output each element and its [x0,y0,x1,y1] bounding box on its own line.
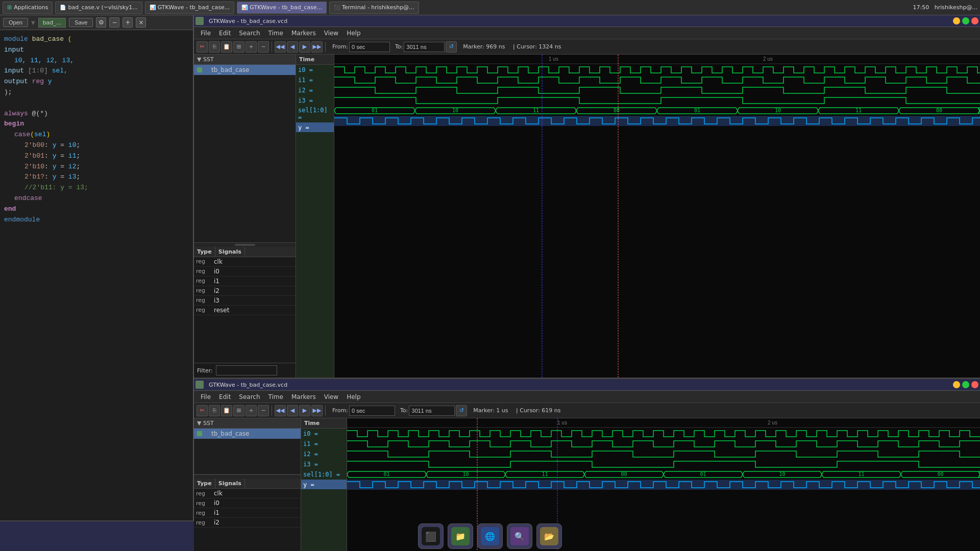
menu-view-bot[interactable]: View [320,392,342,402]
tb-sep2-bot [325,406,326,416]
plus-icon[interactable]: + [122,17,133,28]
sig-i3-top[interactable]: reg i3 [194,296,296,306]
sst-item-bot[interactable]: tb_bad_case [194,429,301,439]
win-max-bottom[interactable] [962,381,969,388]
menu-time-bot[interactable]: Time [264,392,287,402]
sig-i2-bot[interactable]: reg i2 [194,518,301,528]
dock-search[interactable]: 🔍 [507,523,532,549]
tb-cut-top[interactable]: ✂ [197,41,208,53]
menu-markers-bot[interactable]: Markers [287,392,320,402]
tb-paste-top[interactable]: 📋 [221,41,232,53]
win-close-top[interactable] [971,17,978,24]
tb-zoom-fit-top[interactable]: ⊞ [233,41,244,53]
settings-icon[interactable]: ⚙ [96,17,106,28]
gtkwave-top-menubar: File Edit Search Time Markers View Help [194,27,980,39]
filter-input-top[interactable] [216,365,277,375]
sig-i1-top[interactable]: reg i1 [194,277,296,286]
sig-i1-bot[interactable]: reg i1 [194,508,301,518]
taskbar-gtkwave2[interactable]: 📊 GTKWave - tb_bad_case... [237,2,327,14]
dock-folder[interactable]: 📂 [536,523,562,549]
from-label-top: From: [332,43,348,50]
tb-zoom-out-bot[interactable]: − [258,405,269,416]
win-min-bottom[interactable] [953,381,960,388]
tb-next-bot[interactable]: ▶ [299,405,310,416]
time-header-top: Time [296,55,334,65]
menu-file-bot[interactable]: File [197,392,215,402]
tb-next-top[interactable]: ▶ [299,41,310,53]
menu-edit-bot[interactable]: Edit [215,392,235,402]
signals-col-bot: Signals [215,479,245,488]
sst-header-top[interactable]: ▼ SST [194,55,296,65]
sst-resize-handle[interactable] [235,244,255,246]
win-min-top[interactable] [953,17,960,24]
to-input-bot[interactable] [409,406,455,416]
tb-zoom-in-top[interactable]: + [246,41,257,53]
gtkwave-top: GTKWave - tb_bad_case.vcd File Edit Sear… [194,15,980,379]
taskbar-gtkwave1[interactable]: 📊 GTKWave - tb_bad_case... [145,2,235,14]
gtkwave-top-toolbar: ✂ ⎘ 📋 ⊞ + − ◀◀ ◀ ▶ ▶▶ From: To: ↺ Marker… [194,39,980,55]
close-icon[interactable]: × [136,17,146,28]
waves-panel-top [334,55,980,378]
sst-header-bot[interactable]: ▼ SST [194,418,301,429]
dock-terminal[interactable]: ⬛ [418,523,444,549]
menu-help-bot[interactable]: Help [342,392,364,402]
val-sel-bot: sel[1:0] = [301,469,347,480]
dock-browser[interactable]: 🌐 [477,523,503,549]
tb-cut-bot[interactable]: ✂ [197,405,208,416]
tb-prev2-top[interactable]: ◀ [287,41,298,53]
file-tab[interactable]: bad_... [38,18,66,28]
val-i0-top: i0 = [296,65,334,75]
from-input-top[interactable] [349,42,390,52]
win-max-top[interactable] [962,17,969,24]
menu-markers-top[interactable]: Markers [287,29,320,38]
tb-next2-top[interactable]: ▶▶ [311,41,323,53]
tb-copy-bot[interactable]: ⎘ [209,405,220,416]
sst-panel-top: ▼ SST tb_bad_case [194,55,296,378]
sig-i2-top[interactable]: reg i2 [194,286,296,296]
tb-refresh-top[interactable]: ↺ [446,41,457,53]
gtkwave-top-titlebar: GTKWave - tb_bad_case.vcd [194,15,980,27]
to-input-top[interactable] [404,42,445,52]
sig-clk-top[interactable]: reg clk [194,257,296,267]
menu-search-bot[interactable]: Search [235,392,264,402]
tb-next2-bot[interactable]: ▶▶ [311,405,323,416]
taskbar-terminal[interactable]: ⬛ Terminal - hrishikeshp@... [329,2,419,14]
tb-copy-top[interactable]: ⎘ [209,41,220,53]
open-button[interactable]: Open [3,18,28,27]
code-panel: Open ▼ bad_... Save ⚙ − + × module bad_c… [0,15,194,520]
sig-i0-bot[interactable]: reg i0 [194,498,301,508]
val-i2-bot: i2 = [301,449,347,459]
sig-i0-top[interactable]: reg i0 [194,267,296,277]
menu-help-top[interactable]: Help [342,29,364,38]
gtkwave-icon-1: 📊 [150,5,156,10]
taskbar-apps[interactable]: ⊞ Applications [3,2,53,14]
marker-info-top: Marker: 969 ns [463,43,505,50]
win-close-bottom[interactable] [971,381,978,388]
gtkwave-logo-bottom [195,381,204,389]
tb-zoom-fit-bot[interactable]: ⊞ [233,405,244,416]
tb-prev2-bot[interactable]: ◀ [287,405,298,416]
tb-prev-bot[interactable]: ◀◀ [275,405,286,416]
gtkwave-bottom-titlebar: GTKWave - tb_bad_case.vcd [194,379,980,391]
minus-icon[interactable]: − [109,17,119,28]
tb-zoom-out-top[interactable]: − [258,41,269,53]
save-button[interactable]: Save [69,18,93,27]
menu-edit-top[interactable]: Edit [215,29,235,38]
tb-refresh-bot[interactable]: ↺ [456,405,467,416]
sig-clk-bot[interactable]: reg clk [194,489,301,498]
sig-reset-top[interactable]: reg reset [194,306,296,315]
type-col-top: Type [194,247,215,257]
menu-search-top[interactable]: Search [235,29,264,38]
taskbar-file[interactable]: 📄 bad_case.v (~vlsi/sky1... [55,2,142,14]
sst-item-top[interactable]: tb_bad_case [194,65,296,75]
menu-file-top[interactable]: File [197,29,215,38]
tb-paste-bot[interactable]: 📋 [221,405,232,416]
tb-prev-top[interactable]: ◀◀ [275,41,286,53]
val-sel-top: sel[1:0] = [296,106,334,122]
from-input-bot[interactable] [349,406,395,416]
tb-zoom-in-bot[interactable]: + [246,405,257,416]
dock-files[interactable]: 📁 [448,523,473,549]
sst-resize-top [194,242,296,247]
menu-time-top[interactable]: Time [264,29,287,38]
menu-view-top[interactable]: View [320,29,342,38]
